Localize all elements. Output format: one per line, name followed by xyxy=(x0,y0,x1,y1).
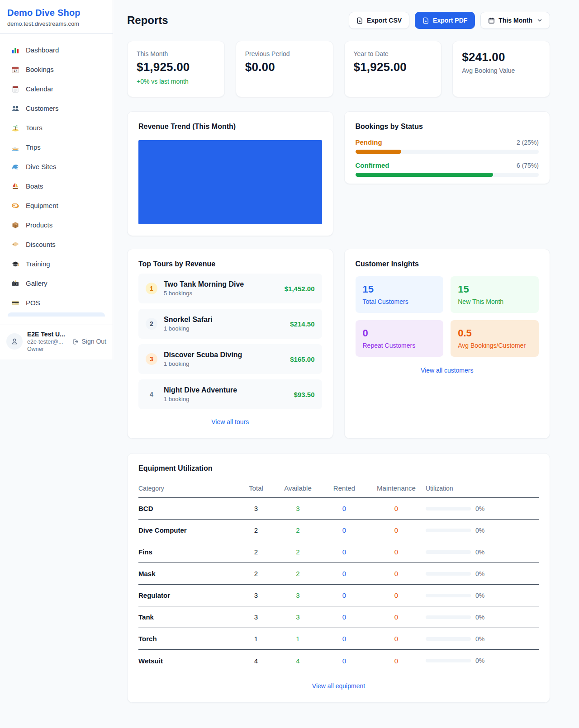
cell-rented: 0 xyxy=(322,635,367,643)
shop-domain: demo.test.divestreams.com xyxy=(7,20,105,27)
sidebar-item-dashboard[interactable]: Dashboard xyxy=(5,40,107,60)
cell-utilization: 0% xyxy=(426,635,539,643)
utilization-pct: 0% xyxy=(475,614,484,621)
tour-name: Two Tank Morning Dive xyxy=(164,280,278,288)
sidebar-item-equipment[interactable]: Equipment xyxy=(5,196,107,215)
period-label: This Month xyxy=(498,17,532,24)
tour-row[interactable]: 2 Snorkel Safari 1 booking $214.50 xyxy=(138,309,322,339)
revenue-trend-title: Revenue Trend (This Month) xyxy=(138,123,322,131)
sidebar-item-label: Training xyxy=(26,260,50,268)
sidebar-item-discounts[interactable]: Discounts xyxy=(5,235,107,254)
status-label: Confirmed xyxy=(356,161,389,169)
cell-utilization: 0% xyxy=(426,570,539,577)
equipment-table: Category Total Available Rented Maintena… xyxy=(138,479,539,671)
person-icon xyxy=(10,337,19,345)
stat-previous-period: Previous Period $0.00 xyxy=(236,41,333,97)
insight-label: Total Customers xyxy=(363,298,437,305)
utilization-pct: 0% xyxy=(475,570,484,577)
sidebar-item-products[interactable]: Products xyxy=(5,215,107,235)
tour-row[interactable]: 1 Two Tank Morning Dive 5 bookings $1,45… xyxy=(138,274,322,303)
wave-icon xyxy=(11,162,19,171)
tag-icon xyxy=(11,240,19,249)
sailboat-icon xyxy=(11,182,19,190)
cell-utilization: 0% xyxy=(426,592,539,599)
insight-value: 15 xyxy=(458,284,532,295)
export-pdf-button[interactable]: Export PDF xyxy=(415,12,475,29)
sidebar-item-bookings[interactable]: 17 Bookings xyxy=(5,60,107,79)
col-available: Available xyxy=(274,484,322,492)
sidebar-item-boats[interactable]: Boats xyxy=(5,176,107,196)
insight-value: 0 xyxy=(363,327,437,339)
stat-label: Avg Booking Value xyxy=(462,67,541,74)
cell-available: 3 xyxy=(274,613,322,621)
sidebar-item-trips[interactable]: Trips xyxy=(5,137,107,157)
stat-label: Year to Date xyxy=(354,50,432,57)
table-row: Torch 1 1 0 0 0% xyxy=(138,628,539,650)
cell-total: 2 xyxy=(238,526,274,534)
stat-avg-booking-value: $241.00 Avg Booking Value xyxy=(452,41,550,97)
status-row-pending: Pending 2 (25%) xyxy=(356,138,539,154)
shop-name: Demo Dive Shop xyxy=(7,8,105,18)
file-download-icon xyxy=(356,17,363,24)
sidebar-item-customers[interactable]: Customers xyxy=(5,99,107,118)
cell-category: BCD xyxy=(138,505,238,512)
insight-repeat-customers: 0 Repeat Customers xyxy=(356,320,444,357)
bookings-by-status-title: Bookings by Status xyxy=(356,123,539,131)
sign-out-button[interactable]: Sign Out xyxy=(72,338,106,345)
sidebar-item-label: Customers xyxy=(26,104,59,112)
tour-row[interactable]: 3 Discover Scuba Diving 1 booking $165.0… xyxy=(138,344,322,374)
tour-bookings: 5 bookings xyxy=(164,290,278,297)
bookings-by-status-card: Bookings by Status Pending 2 (25%) Confi… xyxy=(344,111,551,184)
cell-rented: 0 xyxy=(322,570,367,577)
view-all-equipment-link[interactable]: View all equipment xyxy=(138,682,539,690)
cell-maintenance: 0 xyxy=(367,657,426,665)
view-all-tours-link[interactable]: View all tours xyxy=(138,418,322,425)
stat-label: Previous Period xyxy=(245,50,324,57)
status-bar-track xyxy=(356,150,539,154)
sidebar-item-calendar[interactable]: Calendar xyxy=(5,79,107,99)
col-maintenance: Maintenance xyxy=(367,484,426,492)
sidebar-item-dive-sites[interactable]: Dive Sites xyxy=(5,157,107,176)
avatar xyxy=(6,333,23,350)
cell-maintenance: 0 xyxy=(367,570,426,577)
utilization-bar xyxy=(426,659,471,662)
stat-value: $1,925.00 xyxy=(137,60,215,74)
utilization-bar xyxy=(426,507,471,511)
table-row: Dive Computer 2 2 0 0 0% xyxy=(138,520,539,541)
cell-total: 2 xyxy=(238,570,274,577)
table-row: Tank 3 3 0 0 0% xyxy=(138,606,539,628)
credit-card-icon xyxy=(11,298,19,307)
cell-available: 1 xyxy=(274,635,322,643)
sidebar-item-pos[interactable]: POS xyxy=(5,293,107,312)
sidebar-nav: Dashboard 17 Bookings Calendar Customers… xyxy=(0,34,113,325)
sidebar-item-label: Equipment xyxy=(26,202,58,209)
sidebar-item-label: Gallery xyxy=(26,279,47,287)
sidebar-item-tours[interactable]: Tours xyxy=(5,118,107,137)
table-row: Mask 2 2 0 0 0% xyxy=(138,563,539,585)
sidebar-item-gallery[interactable]: Gallery xyxy=(5,274,107,293)
cell-maintenance: 0 xyxy=(367,526,426,534)
dive-mask-icon xyxy=(11,201,19,210)
tour-row[interactable]: 4 Night Dive Adventure 1 booking $93.50 xyxy=(138,379,322,409)
rank-badge: 2 xyxy=(146,318,157,330)
tour-bookings: 1 booking xyxy=(164,325,284,332)
period-select[interactable]: This Month xyxy=(480,12,550,29)
cell-maintenance: 0 xyxy=(367,591,426,599)
table-row: BCD 3 3 0 0 0% xyxy=(138,498,539,520)
file-download-icon xyxy=(422,17,429,24)
user-name: E2E Test U... xyxy=(27,331,68,338)
sidebar-item-reports-partial[interactable] xyxy=(8,312,105,317)
main-content: Reports Export CSV Export PDF This Month… xyxy=(113,0,579,717)
utilization-pct: 0% xyxy=(475,635,484,643)
cell-total: 4 xyxy=(238,657,274,665)
utilization-bar xyxy=(426,637,471,641)
sign-out-label: Sign Out xyxy=(82,338,106,345)
tour-name: Snorkel Safari xyxy=(164,316,284,324)
equipment-utilization-card: Equipment Utilization Category Total Ava… xyxy=(127,453,550,703)
view-all-customers-link[interactable]: View all customers xyxy=(356,367,539,374)
status-label: Pending xyxy=(356,138,382,146)
tour-amount: $93.50 xyxy=(294,391,315,398)
sidebar-item-training[interactable]: Training xyxy=(5,254,107,274)
export-csv-button[interactable]: Export CSV xyxy=(349,12,409,29)
spiral-calendar-icon xyxy=(11,85,19,93)
